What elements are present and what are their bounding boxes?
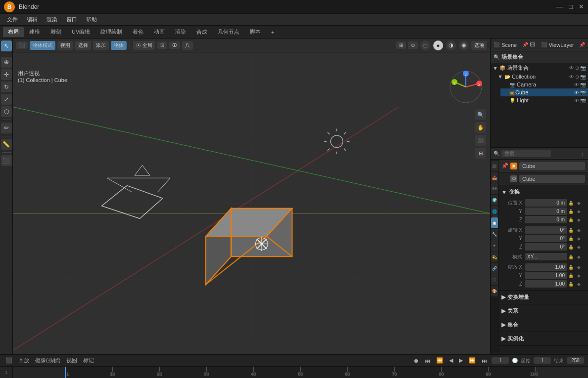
- rotation-y-lock[interactable]: 🔒: [568, 236, 576, 241]
- keying-set-record[interactable]: ⏺: [412, 357, 420, 364]
- timeline-editor-type[interactable]: ⬛: [4, 357, 14, 364]
- ws-tab-compositing[interactable]: 合成: [191, 27, 212, 37]
- prop-tab-render[interactable]: 🎥: [491, 161, 498, 171]
- end-frame-input[interactable]: 250: [567, 357, 584, 364]
- viewport-snap[interactable]: ⊡: [157, 42, 167, 49]
- light-render-icon[interactable]: 📷: [580, 98, 586, 103]
- tool-scale[interactable]: ⤢: [1, 94, 12, 105]
- scale-z-lock[interactable]: 🔒: [568, 282, 576, 287]
- location-y-value[interactable]: 0 m: [525, 208, 567, 215]
- timeline-play-button[interactable]: ▶: [457, 357, 464, 364]
- ws-tab-layout[interactable]: 布局: [3, 27, 24, 37]
- tool-select[interactable]: ↖: [1, 41, 12, 51]
- window-controls[interactable]: — □ ✕: [556, 3, 584, 10]
- scale-y-value[interactable]: 1.00: [525, 272, 567, 279]
- ws-tab-sculpt[interactable]: 雕刻: [45, 27, 66, 37]
- menu-render[interactable]: 渲染: [43, 15, 61, 24]
- ws-tab-render[interactable]: 渲染: [170, 27, 191, 37]
- outliner-light[interactable]: 💡 Light 👁 📷: [500, 96, 588, 104]
- menu-help[interactable]: 帮助: [82, 15, 101, 24]
- viewport-object-menu[interactable]: 物体: [111, 41, 127, 50]
- tool-annotate[interactable]: ✏: [1, 123, 12, 133]
- data-name-value[interactable]: Cube: [519, 175, 585, 183]
- location-z-driver[interactable]: ◆: [577, 217, 585, 222]
- outliner-cube[interactable]: ▣ Cube 👁 📷: [500, 88, 588, 96]
- minimize-button[interactable]: —: [556, 3, 563, 10]
- ws-tab-uv[interactable]: UV编辑: [67, 27, 95, 37]
- frame-selected-button[interactable]: ⊞: [475, 148, 486, 159]
- timeline-keying-menu[interactable]: 抠像(插帧): [34, 356, 62, 365]
- properties-search[interactable]: [501, 150, 551, 157]
- collection-filter-icon[interactable]: ⊙: [575, 74, 579, 80]
- collection-header[interactable]: ▶ 集合: [501, 320, 585, 330]
- timeline-next-keyframe[interactable]: ⏩: [467, 357, 477, 364]
- tool-measure[interactable]: 📏: [1, 139, 12, 150]
- location-x-value[interactable]: 0 m: [525, 199, 567, 207]
- pan-button[interactable]: ✋: [475, 122, 486, 133]
- relations-header[interactable]: ▶ 关系: [501, 306, 585, 316]
- object-name-value[interactable]: Cube: [519, 162, 585, 170]
- current-frame-input[interactable]: 1: [492, 357, 509, 364]
- menu-window[interactable]: 窗口: [62, 15, 81, 24]
- timeline-scrubber[interactable]: 1 1 10 20 30 40 50 60 70: [0, 366, 588, 378]
- prop-tab-physics[interactable]: 💫: [491, 252, 498, 262]
- ws-tab-modeling[interactable]: 建模: [24, 27, 45, 37]
- viewport-overlay-extra[interactable]: 八: [182, 41, 193, 50]
- prop-tab-constraints[interactable]: 🔗: [491, 263, 498, 274]
- tool-transform[interactable]: ⬡: [1, 106, 12, 117]
- ws-tab-geometry[interactable]: 几何节点: [213, 27, 244, 37]
- ws-tab-scripting[interactable]: 脚本: [245, 27, 266, 37]
- prop-tab-modifiers[interactable]: 🔧: [491, 229, 498, 240]
- timeline-jump-end[interactable]: ⏭: [480, 357, 489, 364]
- scale-y-driver[interactable]: ◆: [577, 273, 585, 278]
- light-eye-icon[interactable]: 👁: [574, 98, 579, 103]
- timeline-prev-frame[interactable]: ⏪: [435, 357, 445, 364]
- timeline-playback-menu[interactable]: 回放: [17, 356, 31, 365]
- rotation-z-driver[interactable]: ◆: [577, 245, 585, 250]
- outliner-scene-collection[interactable]: ▼ 📦 场景集合 👁 ⊙ 📷: [491, 63, 588, 73]
- viewport-options[interactable]: 选项: [471, 41, 487, 50]
- timeline-jump-start[interactable]: ⏮: [423, 357, 432, 364]
- ws-tab-shading[interactable]: 着色: [128, 27, 148, 37]
- tool-rotate[interactable]: ↻: [1, 82, 12, 92]
- mode-lock[interactable]: 🔒: [568, 254, 576, 259]
- location-x-driver[interactable]: ◆: [577, 201, 585, 206]
- shading-material[interactable]: ◑: [446, 41, 456, 50]
- prop-tab-object[interactable]: ▣: [491, 217, 498, 228]
- rotation-z-value[interactable]: 0°: [525, 243, 567, 251]
- scale-x-driver[interactable]: ◆: [577, 265, 585, 270]
- menu-file[interactable]: 文件: [3, 15, 22, 24]
- ws-tab-texture[interactable]: 纹理绘制: [95, 27, 127, 37]
- tool-cursor[interactable]: ⊕: [1, 57, 12, 68]
- prop-tab-world[interactable]: 🌐: [491, 206, 498, 217]
- location-y-driver[interactable]: ◆: [577, 209, 585, 214]
- timeline-prev-keyframe[interactable]: ◀: [448, 357, 454, 364]
- prop-tab-particles[interactable]: ✦: [491, 240, 498, 251]
- timeline-markers-menu[interactable]: 标记: [82, 356, 95, 365]
- viewport-select-menu[interactable]: 选择: [75, 41, 91, 50]
- ws-tab-add[interactable]: +: [266, 28, 279, 37]
- viewport-mode-select[interactable]: 物体模式: [30, 41, 55, 50]
- prop-tab-output[interactable]: 📤: [491, 172, 498, 183]
- rotation-x-lock[interactable]: 🔒: [568, 228, 576, 233]
- viewport[interactable]: ⬛ 物体模式 视图 选择 添加 物体 ☉ 全局 ⊡ ⦿ 八 ⊞ ⊙ □ ● ◑ …: [13, 39, 490, 354]
- camera-eye-icon[interactable]: 👁: [574, 82, 579, 87]
- timeline-view-menu[interactable]: 视图: [65, 356, 79, 365]
- instancing-header[interactable]: ▶ 实例化: [501, 334, 585, 343]
- collection-render-icon[interactable]: 📷: [580, 74, 586, 80]
- viewport-editor-type[interactable]: ⬛: [16, 42, 28, 49]
- rotation-y-value[interactable]: 0°: [525, 235, 567, 242]
- outliner-eye-icon[interactable]: 👁: [569, 65, 574, 71]
- transform-delta-header[interactable]: ▶ 变换增量: [501, 293, 585, 302]
- rotation-x-value[interactable]: 0°: [525, 226, 567, 234]
- outliner-render-icon[interactable]: 📷: [580, 65, 586, 71]
- shading-rendered[interactable]: ◉: [459, 41, 469, 50]
- camera-render-icon[interactable]: 📷: [580, 82, 586, 87]
- location-x-lock[interactable]: 🔒: [568, 201, 576, 206]
- scale-y-lock[interactable]: 🔒: [568, 273, 576, 278]
- mode-value[interactable]: XY...: [525, 253, 567, 260]
- cube-render-icon[interactable]: 📷: [580, 90, 586, 95]
- shading-wireframe[interactable]: □: [420, 41, 430, 50]
- scale-x-lock[interactable]: 🔒: [568, 265, 576, 270]
- timeline-ruler[interactable]: 1 10 20 30 40 50 60 70 80 90 1: [13, 367, 588, 378]
